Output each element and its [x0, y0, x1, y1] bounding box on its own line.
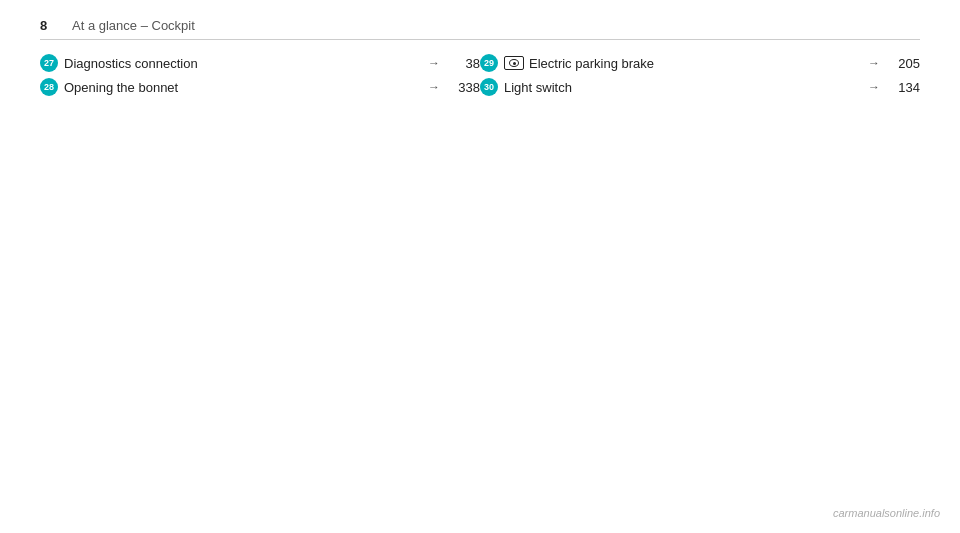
page-number: 8 [40, 18, 60, 33]
badge-28: 28 [40, 78, 58, 96]
label-diagnostics: Diagnostics connection [64, 56, 418, 71]
arrow-28: → [428, 80, 440, 94]
header-bar: 8 At a glance – Cockpit [40, 18, 920, 40]
label-light-switch: Light switch [504, 80, 858, 95]
table-row: 27 Diagnostics connection → 38 29 Electr… [40, 54, 920, 72]
parking-brake-icon [504, 56, 524, 70]
page-container: 8 At a glance – Cockpit 27 Diagnostics c… [0, 0, 960, 533]
badge-29: 29 [480, 54, 498, 72]
pageref-29: 205 [890, 56, 920, 71]
pageref-28: 338 [450, 80, 480, 95]
badge-27: 27 [40, 54, 58, 72]
arrow-30: → [868, 80, 880, 94]
right-section-row1: 29 Electric parking brake → 205 [480, 54, 920, 72]
content-table: 27 Diagnostics connection → 38 29 Electr… [40, 54, 920, 96]
parking-brake-icon-inner [509, 59, 519, 67]
header-title: At a glance – Cockpit [72, 18, 195, 33]
left-section-row1: 27 Diagnostics connection → 38 [40, 54, 480, 72]
parking-brake-dot [513, 62, 516, 65]
arrow-27: → [428, 56, 440, 70]
label-parking-brake: Electric parking brake [529, 56, 858, 71]
right-section-row2: 30 Light switch → 134 [480, 78, 920, 96]
table-row-2: 28 Opening the bonnet → 338 30 Light swi… [40, 78, 920, 96]
label-bonnet: Opening the bonnet [64, 80, 418, 95]
watermark: carmanualsonline.info [833, 507, 940, 519]
left-section-row2: 28 Opening the bonnet → 338 [40, 78, 480, 96]
pageref-30: 134 [890, 80, 920, 95]
badge-30: 30 [480, 78, 498, 96]
pageref-27: 38 [450, 56, 480, 71]
arrow-29: → [868, 56, 880, 70]
